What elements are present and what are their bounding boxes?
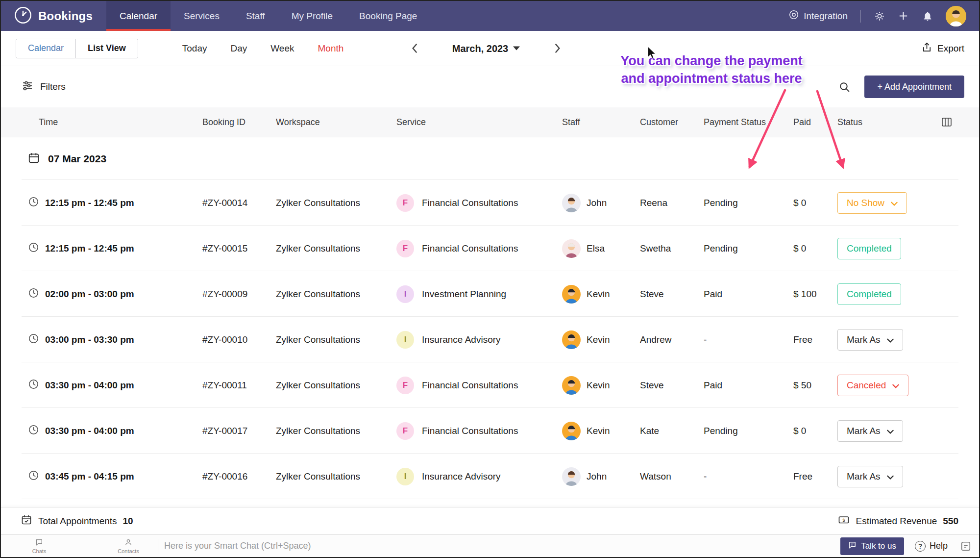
tab-services[interactable]: Services (171, 1, 233, 31)
total-appointments: Total Appointments 10 (21, 514, 133, 528)
tab-staff[interactable]: Staff (233, 1, 278, 31)
clock-icon (28, 242, 39, 255)
help-label: Help (930, 541, 948, 551)
app-brand[interactable]: Bookings (1, 1, 106, 31)
filters-row: Filters + Add Appointment (1, 66, 979, 107)
calendar-view-button[interactable]: Calendar (16, 39, 76, 58)
service-initial-badge: I (396, 285, 414, 303)
status-dropdown-button[interactable]: Completed (837, 283, 901, 305)
settings-gear-icon[interactable] (874, 10, 885, 22)
filters-label: Filters (40, 81, 66, 92)
smart-chat-input[interactable] (164, 541, 840, 551)
status-dropdown-button[interactable]: Canceled (837, 375, 908, 396)
appointment-row[interactable]: 02:00 pm - 03:00 pm #ZY-00009 Zylker Con… (1, 271, 979, 317)
booking-id: #ZY-00014 (202, 198, 276, 208)
appointment-time: 03:45 pm - 04:15 pm (45, 471, 134, 482)
column-header-staff: Staff (562, 117, 640, 127)
tab-booking-page-label: Booking Page (359, 11, 417, 22)
chat-widget-icon[interactable] (960, 541, 971, 552)
customer-name: Watson (640, 471, 704, 482)
appointment-row[interactable]: 12:15 pm - 12:45 pm #ZY-00014 Zylker Con… (1, 180, 979, 226)
paid-amount: $ 0 (793, 198, 837, 208)
navbar-divider (860, 10, 861, 23)
column-header-time: Time (22, 117, 202, 127)
status-dropdown-button[interactable]: Mark As (837, 466, 903, 487)
tab-booking-page[interactable]: Booking Page (346, 1, 430, 31)
today-button[interactable]: Today (182, 43, 207, 54)
contacts-shortcut[interactable]: Contacts (111, 538, 146, 554)
revenue-icon: $ (838, 514, 850, 528)
week-button[interactable]: Week (270, 43, 294, 54)
staff-avatar (562, 376, 581, 395)
bottom-chat-bar: Chats Contacts Talk to us ? Help (1, 534, 979, 557)
day-button[interactable]: Day (230, 43, 247, 54)
service-name: Financial Consultations (422, 380, 518, 391)
staff-avatar (562, 467, 581, 486)
status-label: Completed (847, 289, 892, 300)
range-buttons: Today Day Week Month (182, 43, 344, 54)
staff-avatar (562, 239, 581, 258)
table-header: Time Booking ID Workspace Service Staff … (1, 107, 979, 137)
status-dropdown-button[interactable]: No Show (837, 192, 907, 214)
status-dropdown-button[interactable]: Mark As (837, 329, 903, 351)
payment-status-value: Pending (704, 243, 793, 254)
bottombar-divider (158, 539, 158, 554)
workspace-name: Zylker Consultations (276, 471, 396, 482)
tab-calendar[interactable]: Calendar (106, 1, 171, 31)
export-button[interactable]: Export (921, 42, 964, 55)
integration-link[interactable]: Integration (788, 9, 848, 23)
service-initial-badge: F (396, 240, 414, 257)
clock-icon (28, 287, 39, 301)
appointment-row[interactable]: 03:45 pm - 04:15 pm #ZY-00016 Zylker Con… (1, 454, 979, 499)
filters-button[interactable]: Filters (22, 80, 66, 94)
appointment-row[interactable]: 12:15 pm - 12:45 pm #ZY-00015 Zylker Con… (1, 226, 979, 271)
date-header-text: 07 Mar 2023 (48, 153, 106, 165)
talk-to-us-button[interactable]: Talk to us (840, 537, 904, 555)
status-label: Mark As (847, 334, 881, 345)
payment-status-value: - (704, 471, 793, 482)
service-name: Investment Planning (422, 289, 506, 300)
main-nav: Calendar Services Staff My Profile Booki… (106, 1, 431, 31)
export-icon (921, 42, 932, 55)
status-dropdown-button[interactable]: Completed (837, 238, 901, 259)
month-label-dropdown[interactable]: March, 2023 (435, 43, 538, 54)
staff-avatar (562, 330, 581, 349)
filters-right: + Add Appointment (838, 76, 964, 98)
help-question-icon: ? (915, 541, 926, 552)
integration-label: Integration (804, 11, 848, 22)
clock-icon (28, 379, 39, 392)
appointment-time: 03:30 pm - 04:00 pm (45, 426, 134, 436)
notifications-bell-icon[interactable] (922, 10, 933, 22)
add-plus-icon[interactable] (898, 10, 909, 22)
status-dropdown-button[interactable]: Mark As (837, 420, 903, 442)
calendar-icon (27, 152, 40, 166)
list-view-button[interactable]: List View (76, 39, 138, 58)
payment-status-value: - (704, 334, 793, 345)
staff-name: Elsa (587, 243, 605, 254)
user-avatar[interactable] (946, 6, 966, 26)
next-month-button[interactable] (554, 44, 561, 53)
chevron-down-icon (892, 380, 899, 391)
appointment-row[interactable]: 03:30 pm - 04:00 pm #ZY-00011 Zylker Con… (1, 362, 979, 408)
previous-month-button[interactable] (412, 44, 418, 53)
staff-avatar (562, 194, 581, 212)
month-label: March, 2023 (452, 43, 509, 54)
help-button[interactable]: ? Help (915, 541, 948, 552)
booking-id: #ZY-00015 (202, 243, 276, 254)
service-initial-badge: F (396, 194, 414, 212)
contacts-person-icon (124, 538, 132, 547)
navbar-right: Integration (788, 1, 979, 31)
month-button[interactable]: Month (318, 43, 343, 54)
top-navbar: Bookings Calendar Services Staff My Prof… (1, 1, 979, 31)
column-chooser-icon[interactable] (935, 116, 979, 128)
tab-my-profile[interactable]: My Profile (278, 1, 346, 31)
service-name: Financial Consultations (422, 426, 518, 436)
service-name: Insurance Advisory (422, 334, 501, 345)
add-appointment-button[interactable]: + Add Appointment (864, 76, 964, 98)
chats-shortcut[interactable]: Chats (22, 538, 57, 554)
appointment-row[interactable]: 03:30 pm - 04:00 pm #ZY-00017 Zylker Con… (1, 408, 979, 454)
appointments-list: 12:15 pm - 12:45 pm #ZY-00014 Zylker Con… (1, 180, 979, 507)
appointment-time: 12:15 pm - 12:45 pm (45, 243, 134, 254)
appointment-row[interactable]: 03:00 pm - 03:30 pm #ZY-00010 Zylker Con… (1, 317, 979, 362)
search-icon[interactable] (838, 81, 851, 93)
